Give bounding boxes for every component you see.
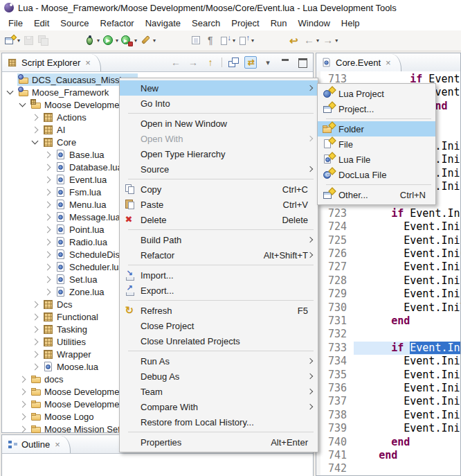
context-menu-item-open-in-new-window[interactable]: Open in New Window — [120, 116, 318, 131]
expander-icon[interactable] — [44, 176, 51, 183]
tab-core-event[interactable]: Core.Event × — [316, 54, 401, 71]
close-icon[interactable]: × — [386, 58, 391, 67]
next-annotation-button[interactable]: ▾ — [218, 33, 237, 49]
context-menu-item-properties[interactable]: PropertiesAlt+Enter — [120, 434, 318, 450]
new-submenu-item-doclua-file[interactable]: DocLua File — [318, 167, 435, 182]
menubar-item-help[interactable]: Help — [336, 17, 365, 30]
new-submenu-item-lua-project[interactable]: Lua Project — [318, 86, 435, 101]
dropdown-arrow-icon[interactable]: ▾ — [17, 37, 20, 44]
expander-icon[interactable] — [32, 338, 39, 345]
last-edit-location-button[interactable] — [287, 33, 302, 49]
new-submenu-item-folder[interactable]: Folder — [318, 121, 435, 136]
expander-icon[interactable] — [44, 276, 51, 283]
expander-icon[interactable] — [32, 114, 39, 121]
save-all-button[interactable] — [36, 33, 51, 49]
new-submenu-item-lua-file[interactable]: Lua File — [318, 152, 435, 167]
dropdown-arrow-icon[interactable]: ▾ — [251, 37, 254, 44]
menubar-item-run[interactable]: Run — [265, 17, 293, 30]
expander-icon[interactable] — [19, 400, 26, 407]
expander-icon[interactable] — [19, 376, 26, 382]
context-menu-item-close-project[interactable]: Close Project — [120, 318, 318, 333]
menubar-item-source[interactable]: Source — [55, 17, 94, 30]
coverage-button[interactable]: ▾ — [120, 33, 138, 49]
menubar-item-window[interactable]: Window — [293, 17, 336, 30]
expander-icon[interactable] — [19, 413, 26, 420]
maximize-icon[interactable] — [296, 56, 309, 69]
menubar-item-search[interactable]: Search — [186, 17, 226, 30]
new-submenu-item-file[interactable]: File — [318, 136, 435, 152]
menubar-item-refactor[interactable]: Refactor — [95, 17, 140, 30]
context-menu-item-team[interactable]: Team — [120, 384, 318, 399]
close-icon[interactable]: × — [55, 440, 60, 449]
expander-icon[interactable] — [32, 326, 39, 333]
expander-icon[interactable] — [44, 226, 51, 233]
close-icon[interactable]: × — [85, 58, 91, 67]
context-menu-item-refresh[interactable]: RefreshF5 — [120, 303, 318, 318]
show-whitespace-button[interactable] — [204, 33, 218, 49]
expander-icon[interactable] — [7, 88, 14, 95]
expander-icon[interactable] — [44, 188, 51, 195]
context-menu-item-copy[interactable]: CopyCtrl+C — [120, 182, 318, 197]
context-menu-item-run-as[interactable]: Run As — [120, 353, 318, 369]
up-icon[interactable] — [204, 56, 217, 69]
forward-icon[interactable] — [187, 56, 199, 69]
expander-icon[interactable] — [32, 126, 39, 133]
dropdown-arrow-icon[interactable]: ▾ — [335, 37, 338, 44]
context-menu-item-open-type-hierarchy[interactable]: Open Type Hierarchy — [120, 146, 318, 161]
minimize-icon[interactable] — [279, 56, 291, 69]
link-with-editor-icon[interactable] — [244, 56, 257, 69]
context-menu-item-refactor[interactable]: RefactorAlt+Shift+T — [120, 247, 318, 263]
menubar-item-navigate[interactable]: Navigate — [140, 17, 186, 30]
context-menu-item-delete[interactable]: DeleteDelete — [120, 212, 318, 227]
expander-icon[interactable] — [32, 351, 39, 358]
menubar-item-edit[interactable]: Edit — [28, 17, 55, 30]
context-menu-item-close-unrelated-projects[interactable]: Close Unrelated Projects — [120, 333, 318, 349]
context-menu-item-build-path[interactable]: Build Path — [120, 232, 318, 247]
menubar-item-file[interactable]: File — [3, 17, 28, 30]
back-button[interactable]: ▾ — [302, 33, 320, 49]
dropdown-arrow-icon[interactable]: ▾ — [97, 37, 100, 44]
dropdown-arrow-icon[interactable]: ▾ — [153, 37, 156, 44]
debug-button[interactable]: ▾ — [82, 33, 101, 49]
context-menu-item-source[interactable]: Source — [120, 161, 318, 177]
expander-icon[interactable] — [32, 138, 39, 145]
collapse-all-icon[interactable] — [227, 56, 239, 69]
expander-icon[interactable] — [44, 201, 51, 208]
dropdown-arrow-icon[interactable]: ▾ — [116, 37, 118, 44]
expander-icon[interactable] — [44, 288, 51, 295]
expander-icon[interactable] — [44, 213, 51, 220]
context-menu-item-paste[interactable]: PasteCtrl+V — [120, 197, 318, 212]
tab-script-explorer[interactable]: Script Explorer × — [2, 54, 101, 71]
back-icon[interactable] — [170, 56, 182, 69]
dropdown-arrow-icon[interactable]: ▾ — [233, 37, 235, 44]
expander-icon[interactable] — [32, 301, 39, 308]
forward-button[interactable]: ▾ — [320, 33, 339, 49]
expander-icon[interactable] — [19, 425, 26, 432]
context-menu-item-export[interactable]: Export... — [120, 283, 318, 298]
expander-icon[interactable] — [19, 388, 26, 395]
expander-icon[interactable] — [44, 164, 51, 170]
new-submenu-item-project[interactable]: Project... — [318, 101, 435, 116]
context-menu-item-compare-with[interactable]: Compare With — [120, 399, 318, 414]
previous-annotation-button[interactable]: ▾ — [237, 33, 255, 49]
dropdown-arrow-icon[interactable]: ▾ — [134, 37, 137, 44]
menubar-item-project[interactable]: Project — [226, 17, 264, 30]
dropdown-arrow-icon[interactable]: ▾ — [316, 37, 319, 44]
expander-icon[interactable] — [44, 151, 51, 158]
context-menu-item-open-with[interactable]: Open With — [120, 131, 318, 146]
run-button[interactable]: ▾ — [101, 33, 120, 49]
new-submenu-item-other[interactable]: Other...Ctrl+N — [318, 187, 435, 202]
expander-icon[interactable] — [19, 100, 26, 107]
expander-icon[interactable] — [44, 263, 51, 270]
expander-icon[interactable] — [44, 238, 51, 245]
view-menu-icon[interactable] — [262, 56, 274, 69]
context-menu-item-import[interactable]: Import... — [120, 267, 318, 283]
tab-outline[interactable]: Outline × — [2, 436, 71, 453]
mark-occurrences-button[interactable] — [189, 33, 204, 49]
expander-icon[interactable] — [44, 251, 51, 258]
context-menu-item-debug-as[interactable]: Debug As — [120, 369, 318, 384]
new-wizard-button[interactable]: ▾ — [3, 33, 21, 49]
context-menu-item-new[interactable]: New — [120, 80, 318, 96]
context-menu-item-go-into[interactable]: Go Into — [120, 96, 318, 111]
context-menu-item-restore-from-local-history[interactable]: Restore from Local History... — [120, 414, 318, 430]
